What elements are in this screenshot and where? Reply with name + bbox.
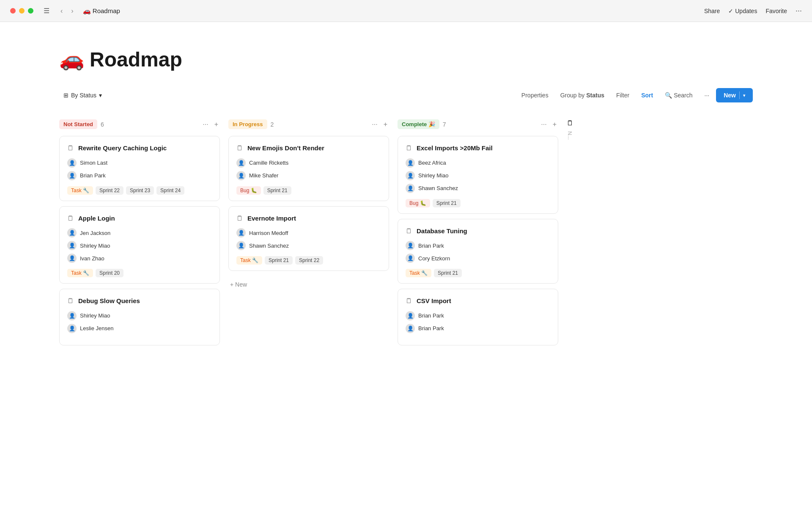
hidden-column-label: N...	[567, 127, 573, 144]
assignee-row: 👤Simon Last	[67, 158, 212, 168]
tag-sprint: Sprint 23	[126, 186, 154, 195]
updates-button[interactable]: ✓ Updates	[728, 8, 757, 14]
tag-sprint: Sprint 21	[433, 199, 461, 207]
column-header-complete: Complete 🎉7···+	[398, 119, 558, 129]
group-by-toolbar-button[interactable]: Group by Status	[555, 89, 609, 101]
assignee-row: 👤Jen Jackson	[67, 228, 212, 237]
tag-bug: Bug 🐛	[236, 186, 261, 195]
avatar: 👤	[406, 254, 415, 263]
tag-sprint: Sprint 24	[156, 186, 184, 195]
titlebar-actions: Share ✓ Updates Favorite ···	[704, 6, 802, 15]
group-by-button[interactable]: ⊞ By Status ▾	[59, 89, 106, 101]
tag-sprint: Sprint 20	[96, 269, 123, 277]
column-add-button-complete[interactable]: +	[551, 120, 558, 129]
toolbar-right: Properties Group by Status Filter Sort 🔍…	[516, 88, 753, 102]
new-btn-divider	[739, 91, 740, 99]
nav-buttons: ‹ ›	[58, 6, 76, 17]
column-add-button-in-progress[interactable]: +	[382, 120, 389, 129]
card-title-row: 🗒Debug Slow Queries	[67, 297, 212, 305]
card[interactable]: 🗒Evernote Import👤Harrison Medoff👤Shawn S…	[228, 206, 389, 271]
properties-button[interactable]: Properties	[516, 89, 554, 101]
card-title-row: 🗒Excel Imports >20Mb Fail	[406, 144, 550, 152]
assignee-row: 👤Camille Ricketts	[236, 158, 381, 168]
avatar: 👤	[406, 158, 415, 168]
more-options-button[interactable]: ···	[796, 6, 802, 15]
card-title-row: 🗒CSV Import	[406, 297, 550, 305]
group-by-label: By Status	[71, 92, 96, 99]
main-content: 🚗 Roadmap ⊞ By Status ▾ Properties Group…	[0, 22, 812, 367]
document-icon: 🗒	[406, 297, 412, 305]
close-button[interactable]	[10, 8, 16, 14]
assignee-name: Shirley Miao	[418, 172, 449, 179]
card[interactable]: 🗒Database Tuning👤Brian Park👤Cory Etzkorn…	[398, 219, 558, 284]
column-more-button-not-started[interactable]: ···	[201, 120, 210, 129]
card-title-row: 🗒Rewrite Query Caching Logic	[67, 144, 212, 152]
chevron-down-icon: ▾	[743, 93, 745, 98]
assignee-row: 👤Shawn Sanchez	[406, 184, 550, 193]
tag-task: Task 🔧	[406, 269, 431, 277]
tag-sprint: Sprint 22	[96, 186, 123, 195]
card-title-text: Rewrite Query Caching Logic	[78, 144, 167, 152]
column-add-button-not-started[interactable]: +	[213, 120, 220, 129]
avatar: 👤	[67, 171, 77, 180]
avatar: 👤	[67, 311, 77, 320]
card-title-text: Evernote Import	[247, 214, 296, 223]
search-icon: 🔍	[665, 92, 672, 99]
minimize-button[interactable]	[19, 8, 25, 14]
card[interactable]: 🗒Debug Slow Queries👤Shirley Miao👤Leslie …	[59, 289, 220, 345]
avatar: 👤	[67, 158, 77, 168]
card-tags: Task 🔧Sprint 21Sprint 22	[236, 256, 381, 265]
forward-button[interactable]: ›	[69, 6, 76, 17]
card-tags: Bug 🐛Sprint 21	[406, 199, 550, 207]
filter-button[interactable]: Filter	[611, 89, 634, 101]
card[interactable]: 🗒Excel Imports >20Mb Fail👤Beez Africa👤Sh…	[398, 136, 558, 214]
status-badge-in-progress: In Progress	[228, 119, 267, 129]
favorite-button[interactable]: Favorite	[765, 8, 787, 14]
assignee-name: Mike Shafer	[249, 172, 278, 179]
card[interactable]: 🗒Rewrite Query Caching Logic👤Simon Last👤…	[59, 136, 220, 201]
avatar: 👤	[236, 228, 246, 237]
column-count-in-progress: 2	[271, 121, 274, 128]
maximize-button[interactable]	[28, 8, 33, 14]
card-title-row: 🗒New Emojis Don't Render	[236, 144, 381, 152]
assignee-name: Camille Ricketts	[249, 160, 288, 166]
column-more-button-in-progress[interactable]: ···	[370, 120, 379, 129]
page-emoji: 🚗	[59, 47, 85, 71]
search-button[interactable]: 🔍 Search	[660, 89, 697, 101]
card-assignees: 👤Harrison Medoff👤Shawn Sanchez	[236, 228, 381, 250]
sort-button[interactable]: Sort	[636, 89, 658, 101]
assignee-row: 👤Cory Etzkorn	[406, 254, 550, 263]
card-assignees: 👤Simon Last👤Brian Park	[67, 158, 212, 180]
card-tags: Task 🔧Sprint 20	[67, 269, 212, 277]
column-in-progress: In Progress2···+🗒New Emojis Don't Render…	[228, 119, 389, 293]
back-button[interactable]: ‹	[58, 6, 65, 17]
card-tags: Bug 🐛Sprint 21	[236, 186, 381, 195]
column-hidden: 🗒N...	[567, 119, 592, 144]
avatar: 👤	[236, 158, 246, 168]
card[interactable]: 🗒New Emojis Don't Render👤Camille Rickett…	[228, 136, 389, 201]
toolbar-more-button[interactable]: ···	[700, 89, 715, 101]
share-button[interactable]: Share	[704, 8, 720, 14]
toolbar: ⊞ By Status ▾ Properties Group by Status…	[59, 88, 753, 106]
assignee-row: 👤Mike Shafer	[236, 171, 381, 180]
page-title: 🚗 Roadmap	[59, 47, 753, 71]
assignee-row: 👤Harrison Medoff	[236, 228, 381, 237]
document-icon: 🗒	[67, 215, 74, 222]
card[interactable]: 🗒Apple Login👤Jen Jackson👤Shirley Miao👤Iv…	[59, 206, 220, 284]
card-title-row: 🗒Apple Login	[67, 214, 212, 223]
tag-sprint: Sprint 21	[434, 269, 462, 277]
assignee-row: 👤Brian Park	[406, 324, 550, 333]
assignee-name: Beez Africa	[418, 160, 446, 166]
assignee-row: 👤Shirley Miao	[67, 311, 212, 320]
tag-bug: Bug 🐛	[406, 199, 430, 207]
new-card-button[interactable]: + New	[228, 276, 389, 293]
document-icon: 🗒	[236, 215, 243, 222]
card[interactable]: 🗒CSV Import👤Brian Park👤Brian Park	[398, 289, 558, 345]
assignee-name: Jen Jackson	[80, 230, 110, 236]
new-item-button[interactable]: New ▾	[716, 88, 753, 102]
assignee-name: Harrison Medoff	[249, 230, 288, 236]
column-more-button-complete[interactable]: ···	[539, 120, 548, 129]
hamburger-menu-button[interactable]: ☰	[42, 5, 51, 17]
card-title-text: CSV Import	[417, 297, 451, 305]
assignee-name: Leslie Jensen	[80, 325, 114, 331]
